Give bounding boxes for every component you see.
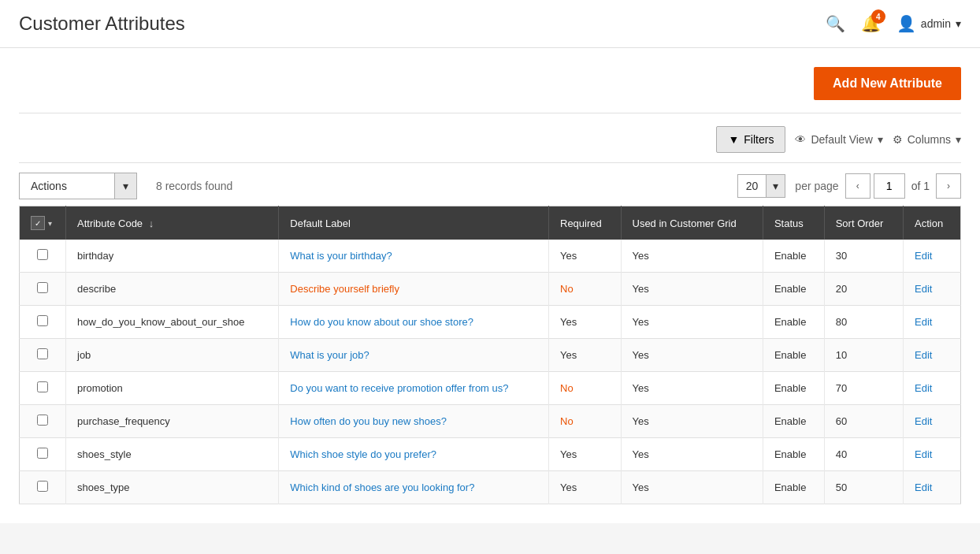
top-bar: Add New Attribute (19, 67, 961, 113)
attribute-code-cell: promotion (66, 372, 279, 405)
edit-action-link[interactable]: Edit (915, 481, 932, 493)
header-actions: 🔍 🔔 4 👤 admin ▾ (826, 14, 961, 33)
used-in-grid-cell: Yes (621, 339, 763, 372)
per-page-arrow-icon[interactable]: ▾ (766, 175, 785, 197)
default-label-link[interactable]: How do you know about our shoe store? (290, 316, 473, 328)
checkbox-dropdown-icon[interactable]: ▾ (48, 219, 52, 228)
default-label-cell: Do you want to receive promotion offer f… (279, 372, 549, 405)
attribute-code-header[interactable]: Attribute Code ↓ (66, 206, 279, 240)
default-label-link[interactable]: Which shoe style do you prefer? (290, 448, 436, 460)
action-cell: Edit (904, 240, 961, 273)
actions-arrow-icon[interactable]: ▾ (114, 173, 136, 199)
columns-label: Columns (908, 133, 951, 146)
status-cell: Enable (763, 438, 824, 471)
per-page-label: per page (795, 180, 838, 192)
default-label-cell: Which shoe style do you prefer? (279, 438, 549, 471)
pagination: 20 ▾ per page ‹ of 1 › (737, 173, 961, 199)
edit-action-link[interactable]: Edit (915, 316, 932, 328)
admin-menu[interactable]: 👤 admin ▾ (896, 14, 961, 33)
edit-action-link[interactable]: Edit (915, 448, 932, 460)
edit-action-link[interactable]: Edit (915, 250, 932, 262)
required-value[interactable]: No (560, 283, 574, 295)
default-label-link[interactable]: How often do you buy new shoes? (290, 415, 447, 427)
columns-button[interactable]: ⚙ Columns ▾ (893, 133, 961, 146)
edit-action-link[interactable]: Edit (915, 382, 932, 394)
select-all-header[interactable]: ✓ ▾ (20, 206, 66, 240)
table-row: purchase_frequencyHow often do you buy n… (20, 405, 961, 438)
default-label-link[interactable]: Do you want to receive promotion offer f… (290, 382, 508, 394)
required-value[interactable]: No (560, 382, 574, 394)
actions-dropdown[interactable]: Actions ▾ (19, 173, 137, 199)
sort-order-cell: 20 (824, 273, 903, 306)
table-row: how_do_you_know_about_our_shoeHow do you… (20, 306, 961, 339)
row-checkbox[interactable] (31, 249, 54, 260)
edit-action-link[interactable]: Edit (915, 415, 932, 427)
user-icon: 👤 (896, 14, 916, 33)
default-label-link[interactable]: What is your birthday? (290, 250, 392, 262)
used-in-grid-header[interactable]: Used in Customer Grid (621, 206, 763, 240)
status-cell: Enable (763, 306, 824, 339)
row-checkbox[interactable] (31, 415, 54, 426)
required-value[interactable]: No (560, 415, 574, 427)
per-page-select[interactable]: 20 ▾ (737, 174, 786, 198)
status-header[interactable]: Status (763, 206, 824, 240)
table-header-row: ✓ ▾ Attribute Code ↓ Default Label Requi… (20, 206, 961, 240)
table-row: jobWhat is your job?YesYesEnable10Edit (20, 339, 961, 372)
sort-order-cell: 30 (824, 240, 903, 273)
row-checkbox[interactable] (31, 481, 54, 492)
action-header: Action (904, 206, 961, 240)
used-in-grid-cell: Yes (621, 438, 763, 471)
next-page-button[interactable]: › (936, 173, 961, 199)
used-in-grid-cell: Yes (621, 471, 763, 504)
table-row: promotionDo you want to receive promotio… (20, 372, 961, 405)
status-cell: Enable (763, 339, 824, 372)
default-view-button[interactable]: 👁 Default View ▾ (795, 133, 882, 146)
required-cell: No (549, 273, 622, 306)
action-cell: Edit (904, 273, 961, 306)
row-checkbox[interactable] (31, 315, 54, 326)
required-cell: No (549, 405, 622, 438)
row-checkbox[interactable] (31, 282, 54, 293)
default-label-header[interactable]: Default Label (279, 206, 549, 240)
default-label-cell: Describe yourself briefly (279, 273, 549, 306)
action-cell: Edit (904, 372, 961, 405)
prev-page-button[interactable]: ‹ (845, 173, 870, 199)
default-label-link[interactable]: Describe yourself briefly (290, 283, 399, 295)
sort-order-cell: 60 (824, 405, 903, 438)
status-cell: Enable (763, 405, 824, 438)
notification-badge: 4 (871, 9, 885, 24)
page-number-input[interactable] (874, 173, 905, 199)
row-checkbox-cell (20, 405, 66, 438)
action-cell: Edit (904, 339, 961, 372)
sort-order-header[interactable]: Sort Order (824, 206, 903, 240)
default-label-cell: What is your job? (279, 339, 549, 372)
attribute-code-cell: shoes_style (66, 438, 279, 471)
edit-action-link[interactable]: Edit (915, 349, 932, 361)
attribute-code-cell: job (66, 339, 279, 372)
filters-label: Filters (744, 133, 774, 146)
default-label-link[interactable]: Which kind of shoes are you looking for? (290, 481, 474, 493)
row-checkbox[interactable] (31, 381, 54, 392)
per-page-value: 20 (738, 175, 767, 197)
required-cell: Yes (549, 240, 622, 273)
sort-order-cell: 80 (824, 306, 903, 339)
select-all-checkbox[interactable]: ✓ (31, 216, 45, 230)
used-in-grid-cell: Yes (621, 306, 763, 339)
search-icon[interactable]: 🔍 (826, 14, 845, 33)
filter-toolbar: ▼ Filters 👁 Default View ▾ ⚙ Columns ▾ (19, 126, 961, 163)
required-cell: Yes (549, 438, 622, 471)
attributes-table: ✓ ▾ Attribute Code ↓ Default Label Requi… (19, 206, 961, 504)
used-in-grid-cell: Yes (621, 405, 763, 438)
required-header[interactable]: Required (549, 206, 622, 240)
filters-button[interactable]: ▼ Filters (716, 126, 785, 153)
default-label-link[interactable]: What is your job? (290, 349, 369, 361)
actions-label: Actions (20, 173, 114, 199)
filter-icon: ▼ (728, 133, 739, 146)
add-new-attribute-button[interactable]: Add New Attribute (814, 67, 961, 100)
edit-action-link[interactable]: Edit (915, 283, 932, 295)
attribute-code-cell: how_do_you_know_about_our_shoe (66, 306, 279, 339)
row-checkbox[interactable] (31, 348, 54, 359)
notification-bell-icon[interactable]: 🔔 4 (861, 14, 881, 33)
view-chevron-icon: ▾ (878, 133, 883, 146)
row-checkbox[interactable] (31, 448, 54, 459)
